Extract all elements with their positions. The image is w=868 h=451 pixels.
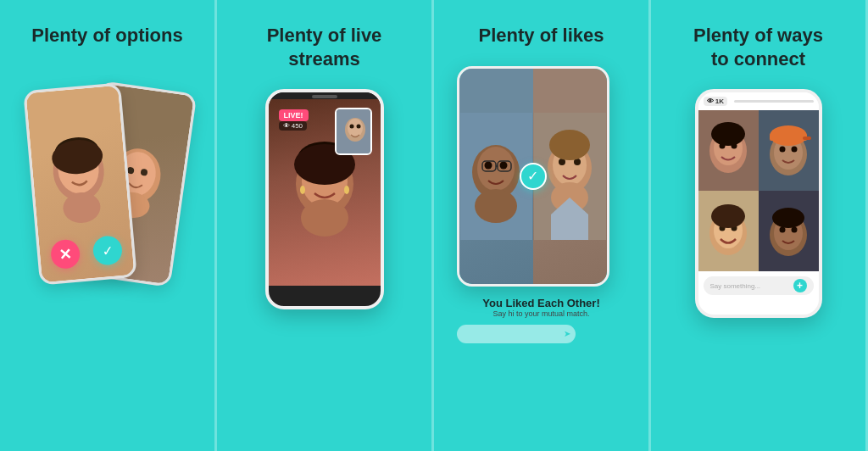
liked-main-text: You Liked Each Other! — [457, 297, 626, 309]
video-grid — [698, 110, 819, 271]
svg-point-16 — [300, 186, 305, 194]
panel-likes-title: Plenty of likes — [479, 24, 604, 47]
say-something-bar[interactable]: Say something... + — [704, 276, 814, 295]
send-bar[interactable]: ➤ — [457, 325, 576, 343]
live-phone-wrapper: LIVE! 👁 450 — [265, 89, 384, 326]
viewers-badge: 👁 1K — [704, 97, 727, 106]
svg-point-29 — [484, 161, 492, 169]
panel-ways: Plenty of waysto connect 👁 1K — [651, 0, 868, 451]
svg-point-47 — [711, 122, 745, 146]
grid-header: 👁 1K — [698, 92, 819, 110]
phone-front: ✕ ✓ — [23, 82, 137, 285]
ways-phone-wrapper: 👁 1K — [695, 89, 822, 325]
viewer-count: 👁 450 — [279, 121, 308, 131]
svg-rect-54 — [770, 134, 807, 141]
match-badge: ✓ — [520, 163, 547, 190]
video-cell-1 — [698, 110, 759, 191]
svg-point-41 — [549, 130, 590, 160]
svg-point-23 — [348, 119, 363, 137]
split-phone: ✓ — [457, 66, 609, 287]
say-something-label: Say something... — [710, 282, 761, 290]
pip-video — [335, 108, 372, 155]
svg-point-17 — [344, 186, 349, 194]
panel-options-title: Plenty of options — [31, 24, 182, 47]
video-cell-4 — [759, 191, 819, 271]
svg-point-30 — [499, 161, 507, 169]
svg-point-34 — [475, 189, 517, 223]
svg-point-67 — [772, 208, 804, 228]
liked-sub-text: Say hi to your mutual match. — [457, 309, 626, 318]
svg-point-25 — [356, 125, 360, 129]
notch-pill — [312, 95, 337, 98]
live-phone: LIVE! 👁 450 — [265, 89, 384, 309]
plus-button[interactable]: + — [793, 279, 807, 292]
panel-ways-title: Plenty of waysto connect — [693, 24, 823, 70]
panel-options: Plenty of options — [0, 0, 217, 451]
dislike-button[interactable]: ✕ — [49, 238, 81, 270]
ways-phone: 👁 1K — [695, 89, 822, 318]
panel-live-title: Plenty of livestreams — [267, 24, 382, 70]
like-button[interactable]: ✓ — [92, 235, 123, 266]
likes-phone-wrapper: ✓ You Liked Each Other! Say hi to your m… — [457, 66, 626, 312]
live-badge: LIVE! — [279, 109, 309, 121]
svg-point-18 — [301, 199, 348, 237]
svg-point-52 — [791, 147, 797, 153]
svg-point-24 — [349, 125, 353, 129]
liked-text: You Liked Each Other! Say hi to your mut… — [457, 297, 626, 318]
phones-container: ✕ ✓ — [23, 70, 192, 307]
notch-line — [734, 100, 814, 103]
svg-rect-55 — [803, 136, 811, 140]
video-cell-3 — [698, 191, 759, 271]
video-cell-2 — [759, 110, 819, 191]
panel-likes: Plenty of likes — [434, 0, 651, 451]
svg-point-51 — [779, 147, 785, 153]
main-video: LIVE! 👁 450 — [269, 99, 381, 286]
panel-live: Plenty of livestreams — [217, 0, 434, 451]
svg-point-61 — [711, 204, 745, 228]
phone-notch-bar — [269, 92, 381, 99]
send-icon: ➤ — [564, 329, 570, 338]
